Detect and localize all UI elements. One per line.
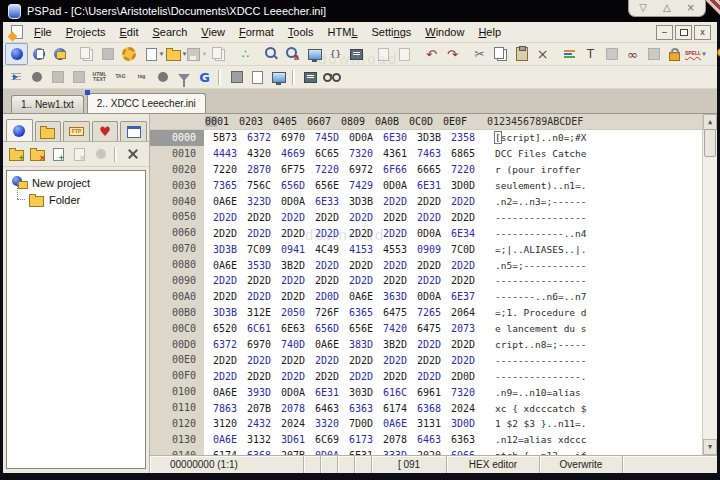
project-run-button[interactable] — [90, 144, 111, 164]
hex-byte-group[interactable]: 3132 — [247, 434, 281, 445]
hex-byte-group[interactable]: 2D2D — [247, 371, 281, 382]
compress-html-button[interactable] — [47, 67, 68, 87]
hex-byte-group[interactable]: 2D2D — [417, 355, 451, 366]
menu-window[interactable]: Window — [418, 24, 471, 40]
spell-check-button[interactable]: SPELL▾ — [685, 44, 706, 64]
hex-ascii[interactable]: .n2=..n3=;------ — [495, 196, 587, 207]
hex-byte-group[interactable]: 6E30 — [383, 132, 417, 143]
search-button[interactable] — [262, 44, 283, 64]
hex-byte-group[interactable]: 6363 — [349, 403, 383, 414]
hex-byte-group[interactable]: 4320 — [247, 148, 281, 159]
hex-byte-group[interactable]: 7C0D — [451, 244, 485, 255]
tags-lowercase-button[interactable]: tag — [131, 67, 152, 87]
copy-button[interactable] — [490, 44, 511, 64]
hex-byte-group[interactable]: 2D0D — [451, 371, 485, 382]
hex-byte-group[interactable]: 6961 — [417, 387, 451, 398]
hex-byte-group[interactable]: 7863 — [213, 403, 247, 414]
hex-ascii[interactable]: e lancement du s — [495, 323, 587, 334]
side-tab-ftp[interactable]: FTP — [63, 121, 90, 141]
hex-byte-group[interactable]: 6372 — [213, 339, 247, 350]
hex-byte-group[interactable]: 7365 — [213, 180, 247, 191]
hex-byte-group[interactable]: 2D2D — [213, 275, 247, 286]
hex-byte-group[interactable]: 3D3B — [349, 196, 383, 207]
hex-byte-group[interactable]: 6F66 — [383, 164, 417, 175]
hex-ascii[interactable]: atch {..n13= if — [495, 450, 587, 455]
menu-tools[interactable]: Tools — [281, 24, 321, 40]
hex-byte-group[interactable]: 0A6E — [213, 196, 247, 207]
hex-byte-group[interactable]: 2020 — [417, 450, 451, 455]
hex-byte-group[interactable]: 6372 — [247, 132, 281, 143]
hex-byte-group[interactable]: 2050 — [281, 307, 315, 318]
hex-byte-group[interactable]: 2D2D — [213, 355, 247, 366]
hex-byte-group[interactable]: 2D2D — [417, 371, 451, 382]
hex-byte-group[interactable]: 323D — [247, 196, 281, 207]
hex-byte-group[interactable]: 656E — [349, 323, 383, 334]
project-folder-button[interactable] — [49, 44, 70, 64]
hex-byte-group[interactable]: 4443 — [213, 148, 247, 159]
hex-byte-group[interactable]: 656D — [281, 180, 315, 191]
filter-funnel-button[interactable] — [173, 67, 194, 87]
hex-byte-group[interactable]: 333D — [383, 450, 417, 455]
hex-byte-group[interactable]: 756C — [247, 180, 281, 191]
hex-byte-group[interactable]: 2D2D — [349, 371, 383, 382]
scroll-down-button[interactable]: ▼ — [703, 439, 717, 455]
undo-button[interactable]: ↶ — [421, 44, 442, 64]
hex-byte-group[interactable]: 6174 — [383, 403, 417, 414]
hex-ascii[interactable]: ---------------- — [495, 275, 587, 286]
hex-byte-group[interactable]: 2D2D — [247, 228, 281, 239]
hex-byte-group[interactable]: 6970 — [247, 339, 281, 350]
hex-byte-group[interactable]: 616C — [383, 387, 417, 398]
maximize-button[interactable]: △ — [663, 3, 671, 13]
open-file-button[interactable]: ▾ — [166, 44, 187, 64]
hex-byte-group[interactable]: 7320 — [451, 387, 485, 398]
bookmark-button[interactable] — [601, 44, 622, 64]
hex-byte-group[interactable]: 0A6E — [213, 260, 247, 271]
delete-button[interactable]: × — [532, 44, 553, 64]
project-settings-button[interactable] — [122, 144, 143, 164]
menu-format[interactable]: Format — [232, 24, 281, 40]
hex-byte-group[interactable]: 2D2D — [213, 228, 247, 239]
hex-byte-group[interactable]: 7220 — [315, 164, 349, 175]
hex-byte-group[interactable]: 2D2D — [451, 355, 485, 366]
binoculars-button[interactable]: ∞ — [622, 44, 643, 64]
menu-view[interactable]: View — [194, 24, 232, 40]
status-insert-mode[interactable]: Overwrite — [540, 456, 623, 473]
indent-button[interactable] — [5, 67, 26, 87]
hex-byte-group[interactable]: 726F — [315, 307, 349, 318]
tree-item-new-project[interactable]: New project — [9, 174, 143, 191]
side-tab-project[interactable] — [6, 119, 33, 141]
hex-byte-group[interactable]: 2D2D — [349, 212, 383, 223]
hex-byte-group[interactable]: 6970 — [281, 132, 315, 143]
hex-byte-group[interactable]: 4361 — [383, 148, 417, 159]
hex-byte-group[interactable]: 6365 — [349, 307, 383, 318]
hex-byte-group[interactable]: 6665 — [417, 164, 451, 175]
html-to-text-button[interactable]: HTMLTEXT — [89, 67, 110, 87]
hex-byte-group[interactable]: 2D2D — [417, 196, 451, 207]
hex-byte-group[interactable]: 2D2D — [247, 212, 281, 223]
hex-byte-group[interactable]: 0909 — [417, 244, 451, 255]
hex-byte-group[interactable]: 2D2D — [417, 212, 451, 223]
hex-ascii[interactable]: ---------------. — [495, 371, 587, 382]
hex-byte-group[interactable]: 6E31 — [417, 180, 451, 191]
hex-byte-group[interactable]: 2024 — [451, 403, 485, 414]
hex-byte-group[interactable]: 2D2D — [383, 212, 417, 223]
hex-byte-group[interactable]: 6463 — [315, 403, 349, 414]
hex-byte-group[interactable]: 3120 — [213, 418, 247, 429]
hex-byte-group[interactable]: 7220 — [451, 164, 485, 175]
hex-byte-group[interactable]: 4669 — [281, 148, 315, 159]
hex-byte-group[interactable]: 2D2D — [451, 212, 485, 223]
hex-byte-group[interactable]: 7429 — [349, 180, 383, 191]
hex-byte-group[interactable]: 393D — [247, 387, 281, 398]
side-tab-window-list[interactable] — [120, 121, 147, 141]
close-button[interactable]: × — [687, 3, 695, 13]
hex-byte-group[interactable]: 6F75 — [281, 164, 315, 175]
hex-byte-group[interactable]: 6174 — [213, 450, 247, 455]
file-tab-2[interactable]: 2.. XDCC Leeecher.ini — [87, 93, 206, 113]
hex-byte-group[interactable]: 363D — [383, 291, 417, 302]
hex-byte-group[interactable]: 745D — [315, 132, 349, 143]
hex-byte-group[interactable]: 0A6E — [315, 339, 349, 350]
sort-button[interactable] — [559, 44, 580, 64]
hex-ascii[interactable]: cript..n8=;----- — [495, 339, 587, 350]
hex-byte-group[interactable]: 2073 — [451, 323, 485, 334]
tags-uppercase-button[interactable]: TAG — [110, 67, 131, 87]
